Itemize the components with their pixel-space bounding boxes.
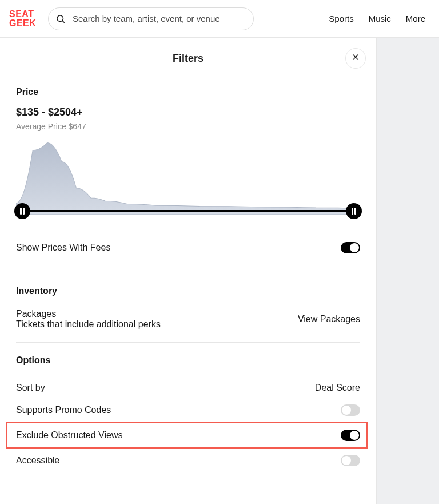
sort-by-value: Deal Score: [315, 383, 360, 393]
section-inventory: Inventory Packages Tickets that include …: [16, 273, 360, 342]
option-toggle-obstruct[interactable]: [341, 430, 360, 441]
section-price: Price $135 - $2504+ Average Price $647: [16, 80, 360, 273]
svg-line-1: [62, 21, 64, 22]
svg-point-0: [57, 15, 63, 22]
toggle-knob: [342, 406, 351, 415]
show-fees-label: Show Prices With Fees: [16, 243, 110, 253]
price-slider-track[interactable]: [16, 210, 360, 212]
nav-more[interactable]: More: [406, 14, 425, 23]
average-price: Average Price $647: [16, 122, 360, 131]
primary-nav: Sports Music More: [329, 14, 430, 23]
drag-handle-icon: [20, 208, 25, 215]
option-row-access: Accessible: [16, 448, 360, 473]
search-icon: [55, 14, 66, 24]
options-heading: Options: [16, 355, 360, 366]
option-row-promo: Supports Promo Codes: [16, 398, 360, 423]
view-packages-link[interactable]: View Packages: [298, 314, 360, 324]
option-toggle-access[interactable]: [341, 455, 360, 466]
nav-music[interactable]: Music: [369, 14, 391, 23]
toggle-knob: [350, 431, 359, 440]
logo[interactable]: SEAT GEEK: [9, 10, 37, 27]
price-heading: Price: [16, 87, 360, 97]
search-input[interactable]: [71, 13, 245, 24]
packages-sub: Tickets that include additional perks: [16, 319, 161, 330]
close-button[interactable]: [345, 48, 366, 69]
show-fees-row: Show Prices With Fees: [16, 235, 360, 260]
nav-sports[interactable]: Sports: [329, 14, 353, 23]
logo-line-1: SEAT: [9, 10, 37, 18]
price-slider-max-handle[interactable]: [346, 203, 362, 219]
section-options: Options Sort by Deal Score Supports Prom…: [16, 342, 360, 486]
show-fees-toggle[interactable]: [341, 242, 360, 253]
site-header: SEAT GEEK Sports Music More: [0, 0, 439, 38]
price-range: $135 - $2504+: [16, 106, 360, 118]
filters-panel-body[interactable]: Price $135 - $2504+ Average Price $647: [0, 80, 376, 504]
option-label-obstruct: Exclude Obstructed Views: [16, 430, 122, 440]
search-field[interactable]: [48, 7, 254, 30]
options-list: Supports Promo CodesExclude Obstructed V…: [16, 398, 360, 473]
logo-line-2: GEEK: [9, 19, 37, 27]
search-wrap: [48, 7, 254, 30]
filters-panel-header: Filters: [0, 38, 376, 80]
sort-by-row[interactable]: Sort by Deal Score: [16, 375, 360, 398]
drag-handle-icon: [352, 208, 356, 215]
inventory-heading: Inventory: [16, 286, 360, 296]
option-toggle-promo[interactable]: [341, 404, 360, 416]
sort-by-label: Sort by: [16, 383, 45, 393]
price-slider-min-handle[interactable]: [14, 203, 30, 219]
toggle-knob: [350, 243, 359, 252]
option-row-obstruct: Exclude Obstructed Views: [16, 423, 360, 448]
price-distribution-chart: [16, 139, 360, 215]
option-label-access: Accessible: [16, 455, 59, 466]
toggle-knob: [342, 456, 351, 465]
packages-title: Packages: [16, 309, 161, 319]
close-icon: [351, 53, 360, 64]
filters-panel: Filters Price $135 - $2504+ Average Pric…: [0, 38, 377, 504]
price-histogram: [16, 139, 360, 225]
packages-row: Packages Tickets that include additional…: [16, 305, 360, 330]
filters-title: Filters: [173, 53, 203, 65]
option-label-promo: Supports Promo Codes: [16, 405, 111, 415]
